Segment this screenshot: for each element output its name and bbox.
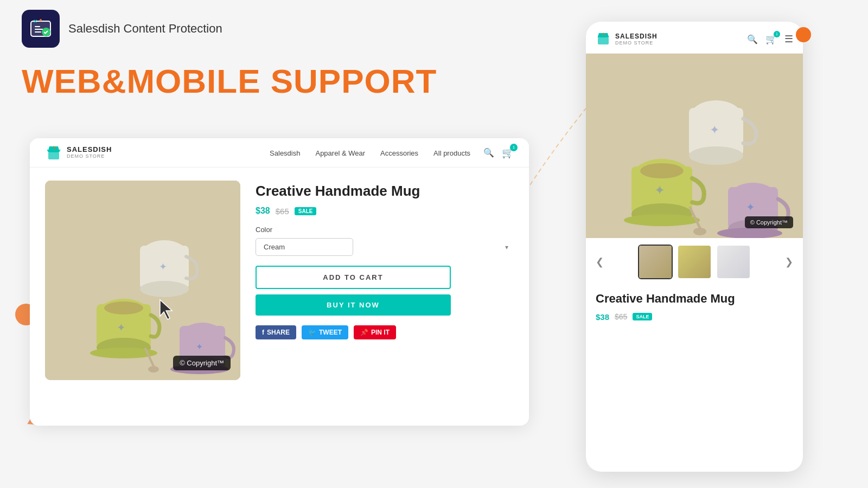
add-to-cart-button[interactable]: ADD TO CART xyxy=(256,266,451,289)
svg-point-31 xyxy=(624,214,700,226)
product-area: ✦ ✦ ✦ xyxy=(30,168,529,393)
product-title: Creative Handmade Mug xyxy=(256,183,514,200)
mobile-copyright-badge: © Copyright™ xyxy=(745,216,793,228)
cursor-icon xyxy=(158,299,175,320)
thumb-prev-button[interactable]: ❮ xyxy=(593,256,606,268)
thumbnail-list xyxy=(610,245,778,279)
svg-text:✦: ✦ xyxy=(710,123,719,137)
thumbnail-2[interactable] xyxy=(677,245,712,279)
mobile-price-old: $65 xyxy=(615,312,627,321)
svg-point-21 xyxy=(104,301,143,314)
nav-link-accessories[interactable]: Accessories xyxy=(380,148,418,158)
svg-text:✦: ✦ xyxy=(117,322,126,333)
cart-badge: 1 xyxy=(510,144,518,151)
product-details: Creative Handmade Mug $38 $65 SALE Color… xyxy=(256,181,514,380)
copyright-badge-desktop: © Copyright™ xyxy=(173,356,231,370)
cart-wrap[interactable]: 🛒 1 xyxy=(502,147,514,159)
chevron-down-icon: ▾ xyxy=(505,243,508,251)
mobile-nav-icons: 🔍 🛒 1 ☰ xyxy=(747,33,793,45)
mobile-product-title: Creative Handmade Mug xyxy=(596,291,793,307)
nav-link-all-products[interactable]: All products xyxy=(433,148,470,158)
svg-text:✦: ✦ xyxy=(159,261,167,272)
sale-badge: SALE xyxy=(295,207,317,215)
twitter-share-button[interactable]: 🐦 TWEET xyxy=(302,325,348,339)
color-label: Color xyxy=(256,226,514,234)
pinterest-icon: 📌 xyxy=(360,329,368,336)
store-logo-sub: DEMO STORE xyxy=(67,154,112,159)
product-mug-svg: ✦ ✦ ✦ xyxy=(45,181,240,380)
mobile-menu-icon[interactable]: ☰ xyxy=(784,33,793,45)
search-icon[interactable]: 🔍 xyxy=(483,147,494,158)
mobile-mockup: SALESDISH DEMO STORE 🔍 🛒 1 ☰ ✦ xyxy=(586,22,803,472)
svg-point-26 xyxy=(689,146,743,165)
deco-dot-top-right xyxy=(796,27,811,42)
mobile-cart-badge: 1 xyxy=(774,31,780,37)
mobile-logo: SALESDISH DEMO STORE xyxy=(596,31,747,47)
mobile-thumbnails: ❮ ❯ xyxy=(586,238,803,286)
svg-rect-3 xyxy=(48,152,59,159)
pinterest-share-button[interactable]: 📌 PIN IT xyxy=(354,325,396,339)
plugin-title: Salesdish Content Protection xyxy=(68,22,222,36)
store-logo-name: SALESDISH xyxy=(67,146,112,153)
svg-rect-22 xyxy=(598,37,609,44)
facebook-icon: f xyxy=(262,329,264,336)
mobile-sale-badge: SALE xyxy=(633,313,652,320)
mobile-logo-sub: DEMO STORE xyxy=(615,40,658,46)
mobile-search-icon[interactable]: 🔍 xyxy=(747,34,758,44)
product-image-wrap: ✦ ✦ ✦ xyxy=(45,181,240,380)
svg-text:✦: ✦ xyxy=(196,342,203,351)
thumb-next-button[interactable]: ❯ xyxy=(783,256,795,268)
nav-link-salesdish[interactable]: Salesdish xyxy=(270,148,300,158)
store-nav: SALESDISH DEMO STORE Salesdish Apparel &… xyxy=(30,138,529,168)
thumbnail-1[interactable] xyxy=(638,245,673,279)
thumbnail-3[interactable] xyxy=(716,245,751,279)
mobile-product-image: ✦ ✦ ✦ © Copyright™ xyxy=(586,54,803,238)
mobile-price-row: $38 $65 SALE xyxy=(596,312,793,322)
svg-point-7 xyxy=(140,281,189,297)
mobile-nav: SALESDISH DEMO STORE 🔍 🛒 1 ☰ xyxy=(586,22,803,54)
mobile-product-info: Creative Handmade Mug $38 $65 SALE xyxy=(586,286,803,330)
svg-text:✦: ✦ xyxy=(746,201,755,213)
store-nav-icons: 🔍 🛒 1 xyxy=(483,147,514,159)
mobile-logo-name: SALESDISH xyxy=(615,33,658,40)
svg-point-40 xyxy=(640,163,684,178)
store-logo: SALESDISH DEMO STORE xyxy=(45,144,112,162)
buy-now-button[interactable]: BUY IT NOW xyxy=(256,294,451,316)
mobile-logo-icon xyxy=(596,31,611,47)
twitter-icon: 🐦 xyxy=(308,329,316,336)
svg-text:✦: ✦ xyxy=(654,183,665,197)
social-share: f SHARE 🐦 TWEET 📌 PIN IT xyxy=(256,325,514,339)
mobile-cart-wrap[interactable]: 🛒 1 xyxy=(765,34,777,45)
price-row: $38 $65 SALE xyxy=(256,206,514,216)
mobile-product-mug-svg: ✦ ✦ ✦ xyxy=(586,54,803,238)
price-new: $38 xyxy=(256,206,270,216)
store-nav-links: Salesdish Apparel & Wear Accessories All… xyxy=(270,148,470,158)
store-logo-icon xyxy=(45,144,62,162)
desktop-mockup: SALESDISH DEMO STORE Salesdish Apparel &… xyxy=(30,138,529,426)
price-old: $65 xyxy=(276,207,289,216)
nav-link-apparel[interactable]: Apparel & Wear xyxy=(315,148,365,158)
plugin-icon xyxy=(22,10,60,48)
svg-point-2 xyxy=(40,19,42,21)
mobile-price-new: $38 xyxy=(596,312,609,322)
product-image: ✦ ✦ ✦ xyxy=(45,181,240,380)
color-select[interactable]: Cream Yellow Purple xyxy=(256,238,353,256)
facebook-share-button[interactable]: f SHARE xyxy=(256,325,296,339)
color-select-wrap[interactable]: Cream Yellow Purple ▾ xyxy=(256,238,514,256)
